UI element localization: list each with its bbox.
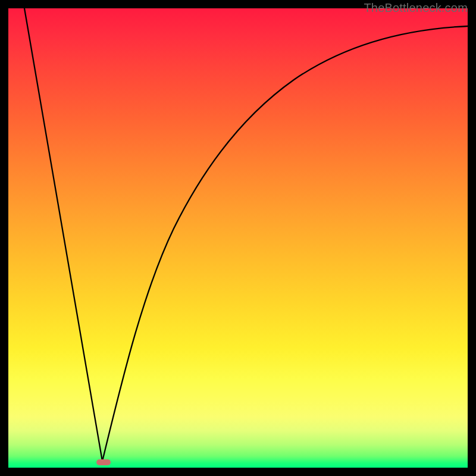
- curve-right-rise: [102, 26, 468, 461]
- bottleneck-curve: [8, 8, 468, 468]
- watermark-text: TheBottleneck.com: [364, 1, 468, 15]
- plot-area: [8, 8, 468, 468]
- curve-left-descent: [24, 8, 102, 461]
- optimum-marker: [96, 459, 111, 465]
